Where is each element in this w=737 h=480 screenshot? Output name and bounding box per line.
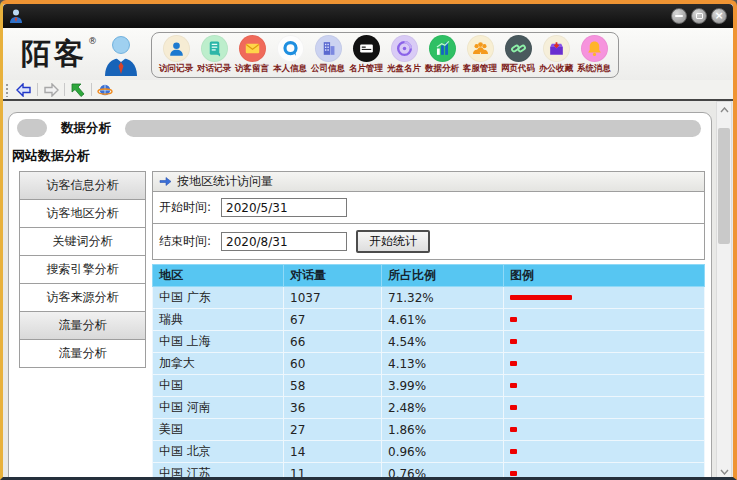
tab-bar-decoration (125, 120, 701, 137)
region-cell: 加拿大 (153, 353, 284, 375)
toolbar-item-company-info[interactable]: 公司信息 (309, 35, 347, 75)
percentage-cell: 3.99% (382, 375, 504, 397)
table-row: 中国 广东103771.32% (153, 287, 705, 309)
maximize-icon (696, 13, 703, 19)
toolbar-item-web-code[interactable]: 网页代码 (499, 35, 537, 75)
count-cell: 11 (284, 463, 382, 480)
toolbar-item-system-messages[interactable]: 系统消息 (575, 35, 613, 75)
toolbar-item-office-favorites[interactable]: 办公收藏 (537, 35, 575, 75)
maximize-button[interactable] (691, 8, 707, 24)
start-statistics-button[interactable]: 开始统计 (356, 230, 430, 253)
document-icon (201, 35, 228, 62)
nav-toolbar (3, 80, 733, 101)
percentage-cell: 2.48% (382, 397, 504, 419)
separator (64, 83, 65, 96)
bell-icon (581, 35, 608, 62)
end-time-row: 结束时间: 开始统计 (152, 224, 705, 260)
minimize-icon (675, 15, 683, 17)
avatar-icon (103, 34, 139, 76)
sidebar-item-traffic-analysis[interactable]: 流量分析 (20, 340, 145, 368)
panel-title: 按地区统计访问量 (177, 173, 273, 190)
table-row: 中国 上海664.54% (153, 331, 705, 353)
sidebar: 访客信息分析访客地区分析关键词分析搜索引擎分析访客来源分析流量分析流量分析 (19, 171, 146, 368)
table-body: 中国 广东103771.32%瑞典674.61%中国 上海664.54%加拿大6… (153, 287, 705, 480)
close-button[interactable]: × (711, 8, 727, 24)
chevron-up-icon (720, 107, 729, 113)
forward-arrow-icon (43, 83, 59, 97)
table-row: 中国 河南362.48% (153, 397, 705, 419)
column-header-3: 图例 (504, 265, 705, 287)
main-card: 数据分析 网站数据分析 访客信息分析访客地区分析关键词分析搜索引擎分析访客来源分… (8, 112, 712, 480)
vertical-scrollbar[interactable] (716, 101, 732, 480)
table-row: 中国583.99% (153, 375, 705, 397)
app-window: × 陌客 ® 访问记录 对话记录 访客留言 本人信息 (0, 0, 737, 480)
minimize-button[interactable] (671, 8, 687, 24)
percentage-cell: 0.96% (382, 441, 504, 463)
globe-icon (97, 83, 113, 97)
toolbar-item-disc-card[interactable]: 光盘名片 (385, 35, 423, 75)
table-row: 中国 江苏110.76% (153, 463, 705, 480)
start-time-row: 开始时间: (152, 192, 705, 224)
app-logo: 陌客 (21, 32, 87, 76)
back-button[interactable] (13, 81, 35, 98)
toolbar-item-visit-records[interactable]: 访问记录 (157, 35, 195, 75)
sidebar-item-keyword-analysis[interactable]: 关键词分析 (20, 228, 145, 256)
sidebar-item-search-engine-analysis[interactable]: 搜索引擎分析 (20, 256, 145, 284)
go-button[interactable] (67, 81, 89, 98)
registered-trademark: ® (88, 36, 97, 46)
count-cell: 67 (284, 309, 382, 331)
sidebar-item-visitor-region-analysis[interactable]: 访客地区分析 (20, 200, 145, 228)
scrollbar-thumb[interactable] (718, 128, 730, 244)
region-cell: 中国 江苏 (153, 463, 284, 480)
toolbar-item-data-analysis[interactable]: 数据分析 (423, 35, 461, 75)
toolbar-grip[interactable] (5, 83, 9, 97)
scroll-down-button[interactable] (717, 464, 731, 479)
column-header-1: 对话量 (284, 265, 382, 287)
legend-bar (510, 449, 517, 454)
sidebar-item-visitor-info-analysis[interactable]: 访客信息分析 (20, 172, 145, 200)
tab-data-analysis[interactable]: 数据分析 (61, 120, 111, 137)
building-icon (315, 35, 342, 62)
count-cell: 66 (284, 331, 382, 353)
people-group-icon (467, 35, 494, 62)
toolbar-item-card-management[interactable]: 名片管理 (347, 35, 385, 75)
forward-button[interactable] (40, 81, 62, 98)
scroll-up-button[interactable] (717, 102, 731, 117)
end-time-label: 结束时间: (159, 233, 221, 250)
region-cell: 瑞典 (153, 309, 284, 331)
app-header: 陌客 ® 访问记录 对话记录 访客留言 本人信息 公司信息 名片管 (3, 28, 733, 80)
tab-row: 数据分析 (17, 118, 701, 138)
legend-bar (510, 427, 517, 432)
column-header-0: 地区 (153, 265, 284, 287)
main-toolbar: 访问记录 对话记录 访客留言 本人信息 公司信息 名片管理 光盘名片 数据分析 … (151, 32, 619, 78)
percentage-cell: 1.86% (382, 419, 504, 441)
count-cell: 58 (284, 375, 382, 397)
link-icon (505, 35, 532, 62)
table-header-row: 地区对话量所占比例图例 (153, 265, 705, 287)
inbox-icon (543, 35, 570, 62)
chevron-down-icon (720, 469, 729, 475)
sidebar-item-traffic-analysis-group[interactable]: 流量分析 (20, 312, 145, 340)
titlebar: × (3, 4, 733, 28)
legend-bar (510, 471, 517, 476)
table-row: 中国 北京140.96% (153, 441, 705, 463)
legend-cell (504, 441, 705, 463)
separator (91, 83, 92, 96)
sidebar-item-visitor-source-analysis[interactable]: 访客来源分析 (20, 284, 145, 312)
legend-bar (510, 339, 517, 344)
end-time-input[interactable] (221, 232, 347, 251)
table-row: 美国271.86% (153, 419, 705, 441)
count-cell: 1037 (284, 287, 382, 309)
panel-header: 按地区统计访问量 (152, 171, 705, 192)
browser-home-button[interactable] (94, 81, 116, 98)
legend-cell (504, 375, 705, 397)
region-cell: 中国 上海 (153, 331, 284, 353)
toolbar-item-visitor-messages[interactable]: 访客留言 (233, 35, 271, 75)
start-time-input[interactable] (221, 198, 347, 217)
toolbar-item-chat-records[interactable]: 对话记录 (195, 35, 233, 75)
toolbar-item-service-management[interactable]: 客服管理 (461, 35, 499, 75)
legend-cell (504, 397, 705, 419)
toolbar-item-my-info[interactable]: 本人信息 (271, 35, 309, 75)
percentage-cell: 4.54% (382, 331, 504, 353)
main-panel: 按地区统计访问量 开始时间: 结束时间: 开始统计 地区对话量所占比例图例 (152, 171, 705, 480)
